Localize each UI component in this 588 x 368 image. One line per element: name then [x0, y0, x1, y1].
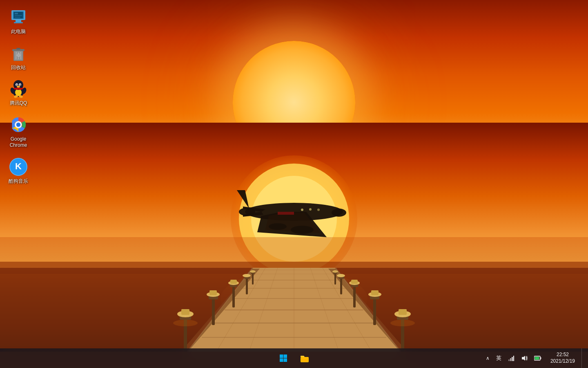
svg-rect-133 — [535, 357, 539, 360]
volume-icon-button[interactable] — [519, 348, 530, 368]
water-reflection — [206, 223, 382, 352]
start-button[interactable] — [274, 348, 293, 368]
svg-rect-129 — [513, 356, 514, 361]
svg-rect-88 — [15, 17, 20, 18]
desktop-icon-kuwo-music[interactable]: K 酷狗音乐 — [2, 154, 35, 188]
volume-icon — [521, 355, 528, 361]
svg-rect-86 — [15, 13, 18, 14]
kuwo-icon-label: 酷狗音乐 — [9, 178, 28, 185]
svg-rect-109 — [13, 88, 24, 90]
svg-rect-121 — [280, 359, 283, 362]
svg-point-105 — [20, 84, 20, 85]
windows-logo-icon — [280, 355, 287, 362]
svg-rect-127 — [510, 358, 511, 361]
svg-rect-119 — [280, 355, 283, 358]
kuwo-icon: K — [9, 157, 28, 177]
svg-rect-122 — [284, 359, 287, 362]
desktop-icon-tencent-qq[interactable]: 腾讯QQ — [2, 76, 35, 110]
svg-point-104 — [17, 84, 17, 85]
desktop-icon-google-chrome[interactable]: Google Chrome — [2, 112, 35, 152]
battery-icon — [534, 355, 541, 361]
svg-rect-83 — [16, 20, 21, 22]
show-desktop-button[interactable] — [581, 348, 585, 368]
svg-rect-128 — [512, 357, 513, 361]
clock-date: 2021/12/19 — [550, 358, 575, 365]
svg-rect-125 — [301, 358, 308, 359]
clock-area[interactable]: 22:52 2021/12/19 — [546, 348, 580, 368]
svg-marker-130 — [522, 356, 525, 361]
show-hidden-icons-button[interactable]: ∧ — [483, 348, 492, 368]
file-explorer-icon — [300, 354, 309, 362]
computer-icon-label: 此电脑 — [11, 29, 26, 35]
taskbar-center — [274, 348, 314, 368]
svg-rect-120 — [284, 355, 287, 358]
recycle-bin-icon: ♻ — [9, 43, 28, 63]
qq-icon — [9, 79, 28, 99]
svg-rect-95 — [16, 48, 20, 49]
svg-rect-126 — [508, 359, 510, 361]
sun — [233, 41, 355, 164]
desktop-icon-my-computer[interactable]: 此电脑 — [2, 4, 35, 38]
svg-text:K: K — [15, 161, 22, 171]
clock-time: 22:52 — [557, 352, 569, 358]
desktop-icons-container: 此电脑 ♻ — [0, 0, 37, 190]
network-icon-button[interactable] — [506, 348, 517, 368]
desktop: 此电脑 ♻ — [0, 0, 588, 368]
svg-rect-87 — [15, 15, 22, 16]
desktop-icon-recycle-bin[interactable]: ♻ 回收站 — [2, 40, 35, 74]
recycle-bin-icon-label: 回收站 — [11, 65, 26, 71]
language-indicator[interactable]: 英 — [494, 348, 504, 368]
battery-icon-button[interactable] — [532, 348, 544, 368]
chrome-icon — [9, 115, 28, 135]
language-label: 英 — [496, 355, 501, 362]
svg-text:♻: ♻ — [16, 52, 21, 58]
svg-point-102 — [16, 84, 18, 86]
taskbar: ∧ 英 — [0, 348, 588, 368]
chevron-up-icon: ∧ — [486, 355, 490, 361]
svg-rect-132 — [540, 357, 541, 359]
qq-icon-label: 腾讯QQ — [10, 100, 27, 107]
file-explorer-button[interactable] — [295, 348, 314, 368]
computer-icon — [9, 7, 28, 27]
svg-rect-84 — [14, 22, 23, 23]
svg-point-103 — [20, 84, 21, 86]
svg-point-106 — [17, 86, 20, 88]
svg-point-115 — [17, 123, 20, 126]
network-icon — [508, 355, 514, 361]
taskbar-right: ∧ 英 — [483, 348, 588, 368]
chrome-icon-label: Google Chrome — [4, 136, 33, 149]
